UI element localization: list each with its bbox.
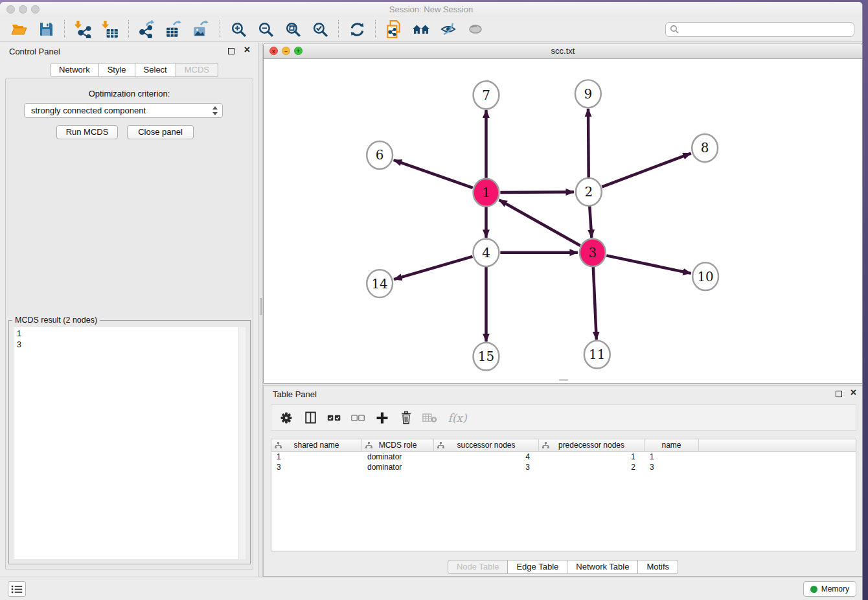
tab-select[interactable]: Select [135,63,176,77]
graph-node-2[interactable]: 2 [576,178,602,206]
table-options-button[interactable] [277,408,296,428]
delete-columns-button[interactable] [396,408,416,428]
graph-node-3[interactable]: 3 [580,238,606,266]
status-bar: Memory [0,577,863,600]
export-table-button[interactable] [161,18,188,40]
apply-layout-button[interactable] [343,18,371,40]
refresh-icon [348,21,366,38]
column-header-predecessor-nodes[interactable]: predecessor nodes [539,439,645,451]
table-row[interactable]: 1dominator411 [271,452,856,462]
window-resize-grip[interactable] [559,379,568,381]
delete-table-icon [422,412,438,424]
select-stepper-icon [211,106,219,115]
graph-edge-1-6[interactable] [394,160,473,188]
graph-node-11[interactable]: 11 [584,341,610,369]
network-graph: 7968124314101511 [264,59,862,383]
show-all-networks-button[interactable] [407,18,435,40]
network-canvas[interactable]: 7968124314101511 [264,59,862,383]
zoom-fit-button[interactable] [279,18,306,40]
node-table: shared nameMCDS rolesuccessor nodesprede… [271,439,856,551]
export-table-icon [165,20,183,38]
import-table-button[interactable] [97,18,124,40]
export-network-icon [138,20,156,38]
graph-edge-2-3[interactable] [589,206,591,238]
tab-network[interactable]: Network [50,63,99,77]
export-network-button[interactable] [133,18,161,40]
deselect-all-checkboxes-button[interactable] [348,408,368,428]
zoom-in-button[interactable] [225,18,252,40]
export-image-button[interactable] [188,18,215,40]
zoom-out-button[interactable] [252,18,279,40]
save-session-button[interactable] [32,18,60,40]
zoom-selected-button[interactable] [306,18,334,40]
graph-node-14[interactable]: 14 [367,270,393,297]
result-scrollbar[interactable] [238,327,246,559]
run-mcds-button[interactable]: Run MCDS [56,125,118,139]
optimization-criterion-label: Optimization criterion: [6,89,253,98]
graph-edge-1-2[interactable] [500,192,574,192]
graph-edge-3-11[interactable] [593,267,597,340]
tab-edge-table[interactable]: Edge Table [508,560,567,574]
tab-node-table[interactable]: Node Table [448,560,508,574]
memory-button[interactable]: Memory [803,581,856,597]
memory-status-icon [810,586,817,593]
graph-node-1[interactable]: 1 [474,179,499,207]
hierarchy-icon [542,442,549,449]
eye-disabled-icon [466,21,485,38]
mcds-panel: Optimization criterion: strongly connect… [5,78,253,570]
task-history-button[interactable] [8,581,26,597]
open-session-button[interactable] [5,18,32,40]
close-panel-button[interactable]: Close panel [127,125,194,139]
graph-node-7[interactable]: 7 [474,81,499,109]
import-network-button[interactable] [69,18,97,40]
table-panel-title: Table Panel [273,389,317,399]
gear-icon [280,411,293,424]
graph-edge-2-9[interactable] [588,109,589,178]
graph-node-4[interactable]: 4 [474,238,499,266]
tab-style[interactable]: Style [99,63,135,77]
graph-node-15[interactable]: 15 [474,343,499,371]
table-close-panel-icon[interactable]: × [851,388,856,397]
graph-node-8[interactable]: 8 [692,134,718,162]
mcds-result-text: 1 3 [14,327,246,352]
tab-motifs[interactable]: Motifs [638,560,678,574]
column-header-name[interactable]: name [645,439,699,451]
graph-edge-2-8[interactable] [602,154,691,187]
splitter-grip[interactable] [260,298,262,315]
zoom-fit-icon [284,21,302,38]
show-columns-button[interactable] [301,408,320,428]
zoom-selected-icon [312,21,329,38]
table-row[interactable]: 3dominator323 [271,462,856,472]
add-column-button[interactable] [372,408,392,428]
svg-text:4: 4 [482,246,490,260]
float-panel-icon[interactable] [228,47,234,54]
tab-network-table[interactable]: Network Table [567,560,638,574]
search-icon [670,25,680,34]
select-all-checkboxes-button[interactable] [325,408,344,428]
toolbar-separator [338,20,339,38]
toolbar-separator [220,20,220,38]
graph-edge-3-1[interactable] [499,200,580,246]
clone-network-button[interactable] [380,18,407,40]
table-float-panel-icon[interactable] [836,389,842,397]
graph-node-6[interactable]: 6 [367,141,393,169]
graph-edge-3-10[interactable] [606,255,691,273]
hide-selected-button[interactable] [435,18,462,40]
search-input[interactable] [665,22,854,37]
graph-node-10[interactable]: 10 [692,262,718,290]
tab-mcds[interactable]: MCDS [176,63,218,77]
graph-node-9[interactable]: 9 [575,80,601,108]
criterion-selected-value: strongly connected component [31,106,146,115]
graph-edge-4-14[interactable] [394,257,472,279]
close-panel-icon[interactable]: × [244,45,250,54]
column-header-MCDS-role[interactable]: MCDS role [362,439,434,451]
column-header-successor-nodes[interactable]: successor nodes [434,439,539,451]
svg-text:7: 7 [482,88,490,103]
column-header-shared-name[interactable]: shared name [271,439,362,451]
criterion-select[interactable]: strongly connected component [24,103,223,118]
unchecked-boxes-icon [351,413,365,423]
save-floppy-icon [38,21,54,38]
network-window-titlebar: x – + scc.txt [264,43,862,59]
toolbar-separator [375,20,376,38]
panel-splitter[interactable] [258,43,263,577]
